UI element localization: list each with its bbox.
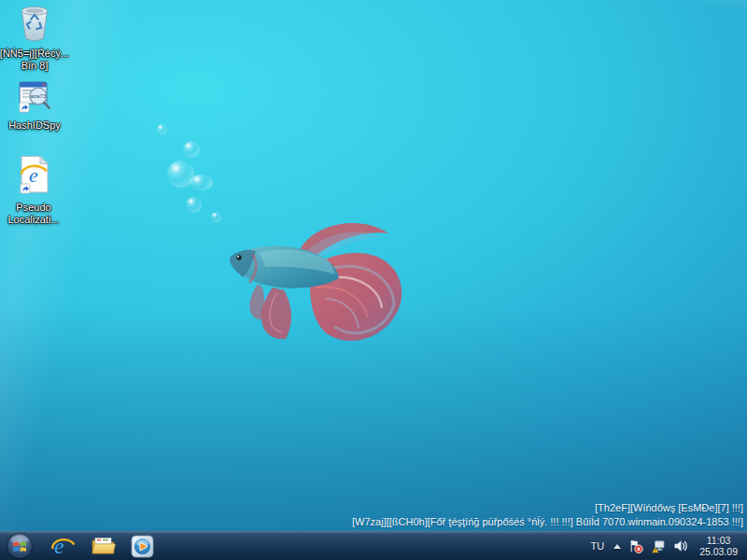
- windows-logo-icon: [6, 532, 34, 560]
- taskbar-media-player-button[interactable]: [122, 532, 162, 560]
- network-status-icon[interactable]: [651, 539, 666, 553]
- bubble: [183, 141, 200, 158]
- build-watermark: [Th2eF][Wíńdőwş [EsMĐe][7] !!!] [W7zaj][…: [352, 501, 743, 529]
- light-ray: [0, 0, 747, 3]
- folder-icon: [91, 534, 116, 558]
- icon-label: [ŃŃ5=j][Ŕèćý... Bîn 8]: [0, 48, 69, 72]
- internet-explorer-icon: e: [51, 534, 76, 558]
- desktop-icon-recycle-bin[interactable]: [ŃŃ5=j][Ŕèćý... Bîn 8]: [2, 5, 67, 72]
- pinned-apps: e: [44, 532, 162, 560]
- language-indicator[interactable]: TU: [588, 540, 606, 552]
- taskbar-internet-explorer-button[interactable]: e: [44, 532, 83, 560]
- clock[interactable]: 11:03 25.03.09: [696, 535, 741, 557]
- light-ray: [0, 0, 747, 43]
- desktop[interactable]: [ŃŃ5=j][Ŕèćý... Bîn 8] aza73 HashIDSpy: [0, 0, 747, 560]
- svg-text:e: e: [54, 534, 64, 558]
- svg-text:aza73: aza73: [31, 92, 47, 99]
- clock-time: 11:03: [699, 535, 738, 546]
- icon-label: HashIDSpy: [8, 119, 61, 132]
- bubble: [157, 124, 167, 134]
- show-hidden-icons-button[interactable]: [613, 544, 621, 549]
- recycle-bin-icon: [16, 5, 53, 46]
- html-shortcut-icon: e: [14, 155, 53, 200]
- volume-icon[interactable]: [673, 539, 688, 553]
- start-button[interactable]: [5, 532, 35, 560]
- taskbar: e: [0, 531, 747, 560]
- light-ray: [0, 0, 747, 19]
- desktop-icon-pseudo-localization[interactable]: e Pseudo Localizati...: [1, 155, 66, 226]
- bubble: [211, 212, 221, 222]
- betta-fish: [220, 209, 413, 353]
- watermark-line-2: [W7zaj][[ßCH0h][Főř ţéşţíńğ püřpőśéś °ńĺ…: [352, 515, 743, 529]
- clock-date: 25.03.09: [699, 546, 738, 557]
- bubble: [190, 175, 213, 190]
- action-center-flag-icon[interactable]: [628, 539, 643, 553]
- icon-label: Pseudo Localizati...: [7, 202, 59, 226]
- desktop-icon-hashidspy[interactable]: aza73 HashIDSpy: [2, 78, 67, 132]
- media-player-icon: [131, 535, 154, 558]
- light-ray: [0, 0, 747, 1]
- watermark-line-1: [Th2eF][Wíńdőwş [EsMĐe][7] !!!]: [352, 501, 743, 515]
- system-tray: TU 11:03 25: [588, 535, 747, 557]
- taskbar-windows-explorer-button[interactable]: [83, 532, 122, 560]
- hashidspy-icon: aza73: [17, 78, 52, 118]
- bubble: [186, 197, 202, 213]
